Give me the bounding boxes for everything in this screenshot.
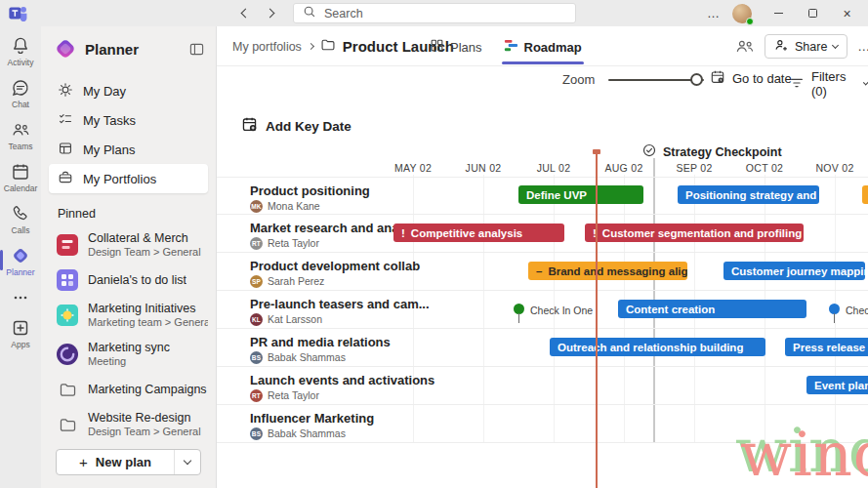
- user-avatar[interactable]: [732, 4, 752, 23]
- task-bar-label: Event planning: [814, 380, 868, 391]
- rail-item-apps[interactable]: Apps: [0, 313, 41, 355]
- plan-tabs: PlansRoadmap: [428, 31, 584, 65]
- filters-button[interactable]: Filters (0): [789, 69, 868, 99]
- task-bar[interactable]: Define UVP: [518, 185, 643, 204]
- titlebar: Search … ×: [0, 0, 868, 26]
- key-date-marker[interactable]: Strategy Checkpoint: [642, 143, 782, 160]
- breadcrumb-portfolios-link[interactable]: My portfolios: [232, 40, 302, 54]
- new-plan-dropdown[interactable]: [174, 450, 200, 474]
- task-bar[interactable]: Outreach and relationship building: [550, 338, 765, 356]
- milestone-marker[interactable]: Check In: [829, 304, 840, 314]
- sidebar-item-my-tasks[interactable]: My Tasks: [49, 105, 208, 135]
- task-bar-label: Customer segmentation and profiling: [602, 227, 802, 239]
- task-bar-label: Define UVP: [526, 189, 587, 201]
- rail-item-label: Chat: [12, 100, 29, 109]
- sidebar-item-my-portfolios[interactable]: My Portfolios: [49, 164, 208, 193]
- task-bar[interactable]: –Brand and messaging alignment: [528, 262, 687, 280]
- search-input[interactable]: Search: [293, 3, 576, 23]
- zoom-slider-handle[interactable]: [690, 73, 703, 86]
- rail-item-label: Planner: [6, 267, 34, 277]
- avatar: RT: [250, 389, 263, 402]
- task-bar-label: Brand and messaging alignment: [548, 265, 687, 277]
- titlebar-more-icon[interactable]: …: [707, 6, 721, 20]
- rail-item-activity[interactable]: Activity: [0, 31, 41, 73]
- task-bar[interactable]: Content creation: [618, 300, 806, 318]
- row-title: Product development collab: [250, 259, 420, 273]
- row-title: PR and media relations: [250, 335, 391, 349]
- share-button[interactable]: Share: [765, 34, 847, 59]
- task-bar-label: Positioning strategy and mess...: [685, 189, 819, 201]
- milestone-label: Check In One: [530, 305, 593, 316]
- task-bar[interactable]: Customer journey mapping: [723, 262, 865, 280]
- teams-icon: [11, 120, 30, 140]
- add-key-date-button[interactable]: Add Key Date: [241, 116, 351, 136]
- back-icon[interactable]: [241, 9, 251, 19]
- planner-sidebar: Planner My DayMy TasksMy PlansMy Portfol…: [41, 26, 216, 488]
- go-to-date-button[interactable]: Go to date: [710, 69, 792, 88]
- milestone-marker[interactable]: Check In One: [514, 304, 524, 314]
- new-plan-button[interactable]: + New plan: [56, 449, 201, 475]
- search-placeholder: Search: [324, 7, 363, 20]
- avatar: SP: [250, 275, 263, 288]
- sidebar-item-my-day[interactable]: My Day: [49, 76, 208, 105]
- row-title: Launch events and activations: [250, 373, 434, 387]
- task-bar-label: Competitive analysis: [411, 227, 522, 239]
- plan-more-icon[interactable]: …: [857, 39, 868, 54]
- tab-plans[interactable]: Plans: [428, 31, 484, 65]
- zoom-slider[interactable]: [608, 73, 704, 87]
- plan-tile-icon: [57, 344, 78, 365]
- rail-item-teams[interactable]: Teams: [0, 115, 41, 157]
- new-plan-main[interactable]: + New plan: [57, 450, 174, 474]
- filter-icon: [789, 75, 805, 94]
- pinned-plan-title: Marketing sync: [88, 340, 170, 355]
- task-bar[interactable]: [862, 185, 868, 204]
- task-bar-label: Press release writing: [793, 342, 868, 353]
- rail-item-calls[interactable]: Calls: [0, 199, 41, 241]
- new-plan-label: New plan: [96, 455, 151, 469]
- avatar: RT: [250, 237, 263, 250]
- sidebar-item-my-plans[interactable]: My Plans: [49, 135, 208, 164]
- chevron-right-icon: [308, 43, 314, 50]
- pinned-plan[interactable]: Daniela's to do list: [41, 264, 216, 296]
- pinned-plan[interactable]: Marketing syncMeeting: [41, 335, 216, 374]
- task-bar[interactable]: Positioning strategy and mess...: [678, 185, 819, 204]
- members-icon[interactable]: [735, 38, 755, 55]
- forward-icon[interactable]: [266, 9, 275, 19]
- sidebar-item-label: My Day: [83, 84, 126, 99]
- rail-item-planner[interactable]: Planner: [0, 241, 41, 283]
- minimize-icon[interactable]: [765, 0, 792, 26]
- planner-icon: [11, 246, 30, 265]
- avatar: BS: [250, 427, 263, 440]
- pinned-plan[interactable]: Collateral & MerchDesign Team > General: [41, 225, 216, 264]
- teams-logo-icon[interactable]: [8, 3, 29, 23]
- pinned-plan-text: Marketing Campaigns: [88, 382, 207, 397]
- pinned-plan[interactable]: Marketing InitiativesMarketing team > Ge…: [41, 296, 216, 335]
- rail-item-calendar[interactable]: Calendar: [0, 157, 41, 199]
- rail-item-chat[interactable]: Chat: [0, 73, 41, 115]
- rail-item-more[interactable]: [0, 283, 41, 313]
- pinned-plan-text: Daniela's to do list: [88, 272, 186, 288]
- presence-available-icon: [746, 18, 754, 25]
- task-bar[interactable]: !Competitive analysis: [393, 224, 564, 242]
- pinned-plan[interactable]: Website Re-designDesign Team > General: [41, 405, 216, 444]
- maximize-icon[interactable]: [800, 0, 826, 26]
- header-actions: Share …: [735, 26, 868, 66]
- collapse-panel-icon[interactable]: [185, 37, 208, 61]
- pinned-plan[interactable]: Marketing Campaigns: [41, 374, 216, 405]
- close-icon[interactable]: ×: [834, 0, 860, 26]
- task-bar[interactable]: Event planning: [806, 376, 868, 394]
- task-bar[interactable]: !Customer segmentation and profiling: [585, 224, 804, 242]
- pinned-plan-text: Marketing syncMeeting: [88, 340, 170, 369]
- pinned-plan-title: Website Re-design: [88, 410, 201, 426]
- tab-roadmap[interactable]: Roadmap: [502, 31, 584, 65]
- share-label: Share: [795, 40, 827, 54]
- zoom-label: Zoom: [562, 72, 595, 87]
- add-key-date-label: Add Key Date: [266, 119, 351, 134]
- avatar: BS: [250, 351, 263, 364]
- apps-icon: [11, 318, 30, 338]
- plan-tile-icon: [57, 305, 78, 326]
- task-bar[interactable]: Press release writing: [785, 338, 868, 356]
- roadmap-rows: Product positioningMKMona KaneDefine UVP…: [217, 26, 868, 488]
- check-circle-icon: [642, 143, 656, 160]
- folder-icon: [57, 414, 78, 435]
